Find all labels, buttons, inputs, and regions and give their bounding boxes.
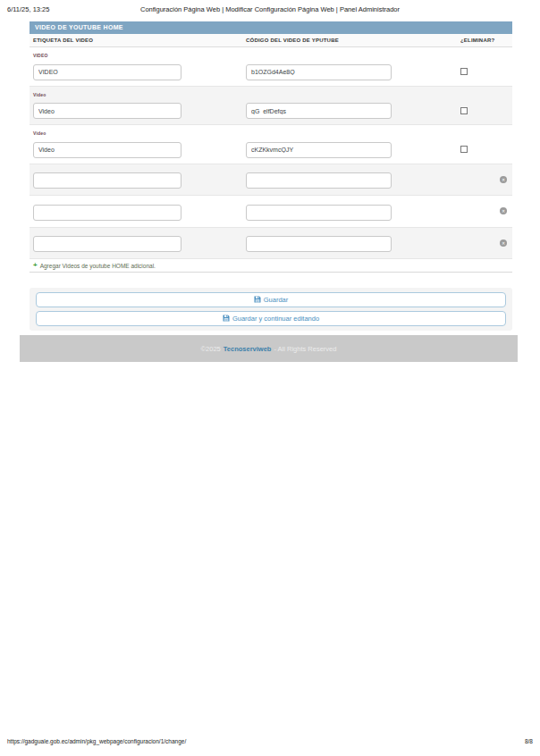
etiqueta-input[interactable]	[33, 236, 181, 252]
rights-text: - All Rights Reserved	[274, 345, 336, 353]
youtube-home-panel: VIDEO DE YOUTUBE HOME ETIQUETA DEL VIDEO…	[30, 21, 512, 273]
page-title: Configuración Página Web | Modificar Con…	[0, 5, 540, 13]
table-row: VIDEO	[30, 47, 512, 86]
source-url: https://gadguale.gob.ec/admin/pkg_webpag…	[7, 738, 186, 744]
brand-link[interactable]: Tecnoserviweb	[224, 345, 272, 353]
column-header-etiqueta: ETIQUETA DEL VIDEO	[33, 38, 246, 43]
site-footer: ©2025 Tecnoserviweb - All Rights Reserve…	[20, 335, 518, 362]
print-footer: https://gadguale.gob.ec/admin/pkg_webpag…	[0, 738, 540, 747]
etiqueta-input[interactable]	[33, 142, 181, 158]
table-row-empty	[30, 227, 512, 260]
etiqueta-input[interactable]	[33, 205, 181, 221]
table-row: Video	[30, 125, 512, 164]
remove-row-icon[interactable]	[500, 207, 507, 214]
remove-row-icon[interactable]	[500, 239, 507, 247]
codigo-input[interactable]	[246, 103, 392, 119]
remove-row-icon[interactable]	[500, 176, 507, 183]
codigo-input[interactable]	[246, 172, 392, 189]
save-icon	[254, 296, 261, 305]
table-row-empty	[30, 164, 512, 197]
save-continue-button-label: Guardar y continuar editando	[232, 315, 319, 323]
table-row: Video	[30, 86, 512, 126]
table-row-empty	[30, 196, 512, 227]
field-label: Video	[33, 92, 509, 97]
add-row: Agregar Videos de youtube HOME adicional…	[30, 259, 512, 273]
etiqueta-input[interactable]	[33, 64, 181, 80]
save-continue-button[interactable]: Guardar y continuar editando	[36, 311, 506, 326]
field-label: Video	[33, 130, 509, 136]
save-button-label: Guardar	[264, 296, 289, 304]
column-header-row: ETIQUETA DEL VIDEO CÓDIGO DEL VIDEO DE Y…	[30, 34, 512, 47]
codigo-input[interactable]	[246, 142, 392, 158]
save-button[interactable]: Guardar	[36, 292, 506, 307]
add-video-link[interactable]: Agregar Videos de youtube HOME adicional…	[40, 263, 156, 269]
save-icon	[223, 315, 230, 323]
etiqueta-input[interactable]	[33, 103, 181, 119]
plus-icon	[33, 262, 38, 269]
eliminar-checkbox[interactable]	[460, 146, 468, 153]
codigo-input[interactable]	[246, 64, 392, 80]
eliminar-checkbox[interactable]	[460, 107, 468, 114]
eliminar-checkbox[interactable]	[460, 68, 468, 75]
column-header-eliminar: ¿ELIMINAR?	[460, 38, 509, 43]
codigo-input[interactable]	[246, 205, 392, 221]
field-label: VIDEO	[33, 53, 509, 58]
column-header-codigo: CÓDIGO DEL VIDEO DE YPUTUBE	[246, 38, 460, 43]
panel-title: VIDEO DE YOUTUBE HOME	[30, 21, 512, 34]
submit-row: Guardar Guardar y continuar editando	[30, 288, 512, 331]
codigo-input[interactable]	[246, 236, 392, 252]
print-header: 6/11/25, 13:25 Configuración Página Web …	[0, 5, 540, 16]
etiqueta-input[interactable]	[33, 172, 181, 189]
page-indicator: 8/8	[525, 738, 533, 744]
copyright-text: ©2025	[201, 345, 221, 353]
